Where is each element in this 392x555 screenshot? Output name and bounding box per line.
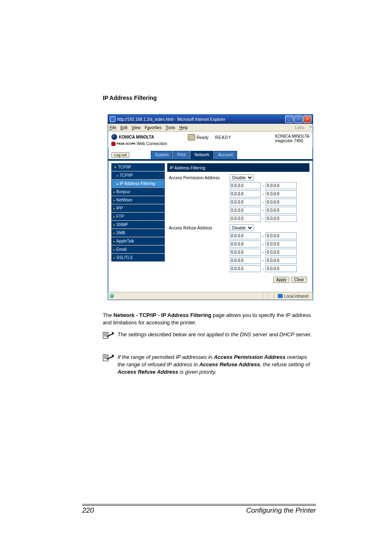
sidebar-item-label: NetWare [116,198,132,202]
sidebar-item-label: AppleTalk [116,239,134,243]
zone-label: Local intranet [284,294,309,298]
sidebar-item-ftp[interactable]: ▸FTP [111,213,165,220]
browser-window: http://192.168.1.2/a_index.html - Micros… [108,114,313,300]
tab-print[interactable]: Print [173,151,190,159]
model-brand: KONICA MINOLTA [275,134,309,139]
refuse-to-0[interactable] [265,232,297,239]
pagescope-icon [111,142,115,146]
links-expand-icon[interactable]: » [306,124,312,130]
perm-from-0[interactable] [230,182,261,189]
menu-favorites[interactable]: Favorites [145,125,161,130]
perm-select[interactable]: Disable [230,174,254,181]
sidebar-item-label: Email [116,247,127,252]
model-block: KONICA MINOLTA magicolor 7450 [275,134,309,143]
window-title: http://192.168.1.2/a_index.html - Micros… [117,117,225,122]
zone-icon [278,294,283,298]
sidebar-item-email[interactable]: ▸Email [111,245,165,253]
refuse-to-2[interactable] [265,249,297,256]
maximize-button[interactable]: □ [294,116,302,123]
refuse-to-1[interactable] [265,240,297,247]
perm-to-0[interactable] [265,182,297,189]
refuse-to-3[interactable] [265,257,297,264]
note-icon [103,331,114,338]
panel-title: IP Address Filtering [167,163,309,172]
note-icon [103,354,114,361]
statusbar-divider [268,293,271,299]
sidebar: ▼TCP/IP ▸TCP/IP ▸IP Address Filtering ▸B… [111,163,165,283]
sidebar-item-label: SSL/TLS [116,255,133,260]
sidebar-item-label: TCP/IP [118,165,131,169]
tab-system[interactable]: System [151,151,173,159]
tabs-row: Log out System Print Network Account [108,148,313,161]
page-header: KONICA MINOLTA PAGE SCOPE Web Connection… [108,132,313,148]
links-label: Links [295,125,304,130]
model-name: magicolor 7450 [275,139,309,143]
menu-tools[interactable]: Tools [166,125,175,130]
apply-button[interactable]: Apply [273,277,289,283]
sidebar-item-label: Bonjour [116,190,130,194]
statusbar: Local intranet [108,292,313,300]
ie-icon [110,116,115,122]
sidebar-item-label: SMB [116,231,125,235]
sidebar-item-snmp[interactable]: ▸SNMP [111,221,165,229]
perm-label: Access Permission Address [167,176,230,180]
refuse-from-2[interactable] [230,249,261,256]
sidebar-item-label: FTP [116,214,124,219]
perm-from-4[interactable] [230,215,261,222]
sidebar-item-smb[interactable]: ▸SMB [111,229,165,237]
minimize-button[interactable]: _ [285,116,293,123]
perm-to-3[interactable] [265,207,297,214]
product-name: Web Connection [137,141,167,146]
pagescope-prefix: PAGE SCOPE [117,142,136,145]
svg-rect-0 [103,332,108,338]
menu-help[interactable]: Help [179,125,188,130]
sidebar-item-ssltls[interactable]: ▸SSL/TLS [111,254,165,261]
perm-to-4[interactable] [265,215,297,222]
refuse-from-4[interactable] [230,265,261,272]
main-panel: IP Address Filtering Access Permission A… [167,163,309,283]
pagescope-logo: PAGE SCOPE Web Connection [111,141,167,146]
clear-button[interactable]: Clear [291,277,307,283]
tab-network[interactable]: Network [190,151,214,159]
logo-icon [111,134,117,140]
para-bold: Network - TCP/IP - IP Address Filtering [113,312,211,318]
sidebar-item-ipfiltering[interactable]: ▸IP Address Filtering [111,180,165,187]
status-block: Ready READY [188,134,231,141]
para1: The Network - TCP/IP - IP Address Filter… [103,312,312,326]
note-1: The settings described below are not app… [103,331,312,338]
menu-edit[interactable]: Edit [120,125,127,130]
refuse-label: Access Refuse Address [167,226,230,230]
logout-button[interactable]: Log out [111,152,129,158]
perm-to-1[interactable] [265,190,297,197]
sidebar-item-bonjour[interactable]: ▸Bonjour [111,188,165,196]
sidebar-item-netware[interactable]: ▸NetWare [111,196,165,204]
sidebar-item-ipp[interactable]: ▸IPP [111,204,165,212]
printer-icon [188,134,195,141]
sidebar-item-tcpip-group[interactable]: ▼TCP/IP [111,163,165,171]
close-button[interactable]: × [303,116,311,123]
menu-view[interactable]: View [131,125,141,130]
sidebar-item-tcpip[interactable]: ▸TCP/IP [111,171,165,179]
footer-title: Configuring the Printer [246,506,316,515]
refuse-select[interactable]: Disable [230,224,254,231]
page-heading: IP Address Filtering [103,95,157,101]
sidebar-item-label: TCP/IP [120,173,133,178]
globe-icon [110,294,114,298]
perm-from-1[interactable] [230,190,261,197]
note-2: If the range of permitted IP addresses i… [103,354,312,376]
perm-to-2[interactable] [265,199,297,206]
refuse-from-0[interactable] [230,232,261,239]
svg-rect-4 [103,355,108,361]
refuse-from-1[interactable] [230,240,261,247]
refuse-from-3[interactable] [230,257,261,264]
menu-file[interactable]: File [110,125,116,130]
sidebar-item-appletalk[interactable]: ▸AppleTalk [111,237,165,245]
tab-account[interactable]: Account [214,151,237,159]
perm-from-2[interactable] [230,199,261,206]
menubar: File Edit View Favorites Tools Help Link… [108,124,313,132]
perm-from-3[interactable] [230,207,261,214]
sidebar-item-label: IPP [116,206,123,210]
sidebar-item-label: SNMP [116,222,128,227]
refuse-to-4[interactable] [265,265,297,272]
page-footer: 220 Configuring the Printer [82,505,316,515]
